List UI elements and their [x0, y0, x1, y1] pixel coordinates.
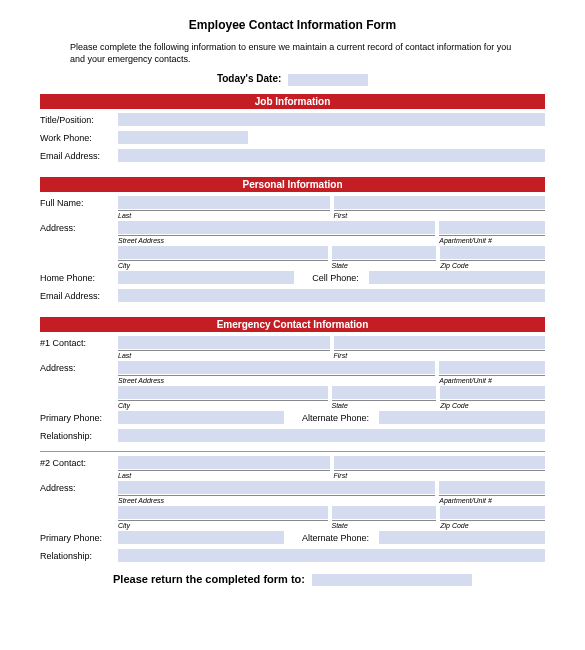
label-c1-primary-phone: Primary Phone:	[40, 411, 118, 423]
divider	[40, 451, 545, 452]
form-title: Employee Contact Information Form	[40, 18, 545, 32]
label-cell-phone: Cell Phone:	[298, 271, 365, 284]
input-personal-zip[interactable]	[440, 246, 545, 259]
label-c1-address: Address:	[40, 361, 118, 373]
input-c2-last[interactable]	[118, 456, 330, 469]
label-personal-email: Email Address:	[40, 289, 118, 301]
input-c2-state[interactable]	[332, 506, 437, 519]
sublabel-zip: Zip Code	[440, 260, 545, 269]
label-contact2: #2 Contact:	[40, 456, 118, 468]
input-c1-last[interactable]	[118, 336, 330, 349]
input-personal-state[interactable]	[332, 246, 437, 259]
input-c2-city[interactable]	[118, 506, 328, 519]
input-personal-apt[interactable]	[439, 221, 545, 234]
label-contact1: #1 Contact:	[40, 336, 118, 348]
instructions: Please complete the following informatio…	[70, 42, 515, 65]
return-label: Please return the completed form to:	[113, 573, 305, 585]
label-personal-address: Address:	[40, 221, 118, 233]
label-full-name: Full Name:	[40, 196, 118, 208]
todays-date-input[interactable]	[288, 74, 368, 86]
section-header-job: Job Information	[40, 94, 545, 109]
label-job-email: Email Address:	[40, 149, 118, 161]
label-work-phone: Work Phone:	[40, 131, 118, 143]
section-header-emergency: Emergency Contact Information	[40, 317, 545, 332]
return-to-input[interactable]	[312, 574, 472, 586]
input-c2-first[interactable]	[334, 456, 546, 469]
input-c1-primary-phone[interactable]	[118, 411, 284, 424]
input-c1-city[interactable]	[118, 386, 328, 399]
input-c2-alternate-phone[interactable]	[379, 531, 545, 544]
todays-date-label: Today's Date:	[217, 73, 281, 84]
label-c1-alternate-phone: Alternate Phone:	[288, 411, 375, 424]
input-c1-first[interactable]	[334, 336, 546, 349]
input-title-position[interactable]	[118, 113, 545, 126]
input-personal-city[interactable]	[118, 246, 328, 259]
sublabel-state: State	[332, 260, 437, 269]
section-header-personal: Personal Information	[40, 177, 545, 192]
input-c1-state[interactable]	[332, 386, 437, 399]
input-c1-apt[interactable]	[439, 361, 545, 374]
input-personal-email[interactable]	[118, 289, 545, 302]
label-title-position: Title/Position:	[40, 113, 118, 125]
input-c2-primary-phone[interactable]	[118, 531, 284, 544]
input-c2-zip[interactable]	[440, 506, 545, 519]
input-c2-street[interactable]	[118, 481, 435, 494]
label-c2-address: Address:	[40, 481, 118, 493]
return-row: Please return the completed form to:	[40, 573, 545, 586]
sublabel-first: First	[334, 210, 546, 219]
input-c1-alternate-phone[interactable]	[379, 411, 545, 424]
label-home-phone: Home Phone:	[40, 271, 118, 283]
input-last-name[interactable]	[118, 196, 330, 209]
label-c2-alternate-phone: Alternate Phone:	[288, 531, 375, 544]
input-cell-phone[interactable]	[369, 271, 545, 284]
input-first-name[interactable]	[334, 196, 546, 209]
label-c2-relationship: Relationship:	[40, 549, 118, 561]
label-c2-primary-phone: Primary Phone:	[40, 531, 118, 543]
label-c1-relationship: Relationship:	[40, 429, 118, 441]
input-home-phone[interactable]	[118, 271, 294, 284]
input-c2-relationship[interactable]	[118, 549, 545, 562]
sublabel-apt: Apartment/Unit #	[439, 235, 545, 244]
input-c1-relationship[interactable]	[118, 429, 545, 442]
input-c2-apt[interactable]	[439, 481, 545, 494]
sublabel-street: Street Address	[118, 235, 435, 244]
sublabel-city: City	[118, 260, 328, 269]
sublabel-last: Last	[118, 210, 330, 219]
input-c1-zip[interactable]	[440, 386, 545, 399]
input-work-phone[interactable]	[118, 131, 248, 144]
input-c1-street[interactable]	[118, 361, 435, 374]
input-personal-street[interactable]	[118, 221, 435, 234]
date-row: Today's Date:	[40, 73, 545, 85]
input-job-email[interactable]	[118, 149, 545, 162]
